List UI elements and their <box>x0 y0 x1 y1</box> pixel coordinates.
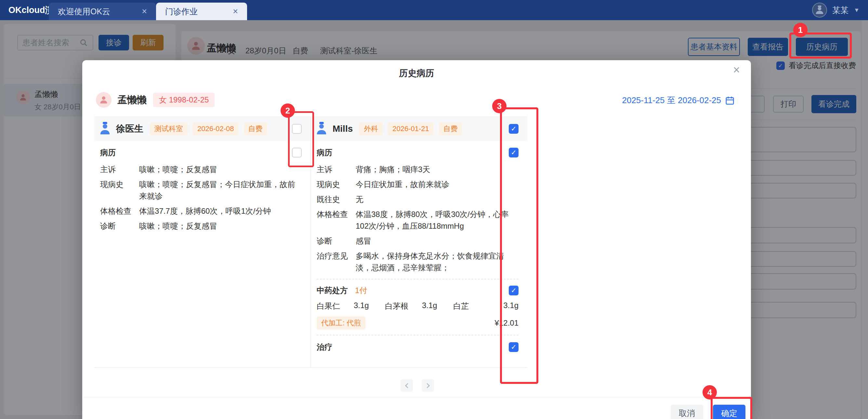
app-page: OKcloud演示 欢迎使用OK云 × 门诊作业 × 某某 ▼ 接诊 刷新 待诊 <box>0 0 868 419</box>
record1-body: 病历 主诉 咳嗽；喷嚏；反复感冒 现病史 咳嗽；喷嚏；反复感冒；今日症状加重，故… <box>94 141 310 232</box>
doctor-icon <box>99 122 111 136</box>
herb-name: 白芷 <box>453 301 480 311</box>
field-value: 今日症状加重，故前来就诊 <box>355 179 519 190</box>
processing-row: 代加工: 代煎 ¥12.01 <box>317 317 519 330</box>
field-label: 现病史 <box>100 179 139 202</box>
field-value: 咳嗽；喷嚏；反复感冒 <box>139 163 302 175</box>
record1-emr-title: 病历 <box>100 147 116 158</box>
record-field-row: 体格检查 体温37.7度，脉搏60次，呼吸1次/分钟 <box>100 205 302 217</box>
record-field-row: 诊断 咳嗽；喷嚏；反复感冒 <box>100 220 302 232</box>
herb-name: 白茅根 <box>385 301 422 311</box>
record-field-row: 主诉 背痛；胸痛；咽痒3天 <box>317 163 519 175</box>
record-field-row: 治疗意见 多喝水，保持身体充足水分；饮食规律宜清淡，忌烟酒，忌辛辣荤腥； <box>317 250 519 274</box>
annotation-badge-4: 4 <box>703 385 717 399</box>
record2-rx-count: 1付 <box>355 285 367 296</box>
record-field-row: 现病史 今日症状加重，故前来就诊 <box>317 179 519 190</box>
user-menu[interactable]: 某某 ▼ <box>812 0 860 20</box>
record2-treatment-title: 治疗 <box>317 342 332 352</box>
field-value: 感冒 <box>355 235 519 247</box>
cancel-label: 取消 <box>679 408 695 419</box>
annotation-box-4 <box>711 397 752 419</box>
tab-welcome[interactable]: 欢迎使用OK云 × <box>49 3 156 20</box>
record-column-1: 徐医生 测试科室 2026-02-08 自费 病历 主诉 咳嗽；喷嚏；反复感冒 <box>94 117 311 368</box>
record2-pay-tag: 自费 <box>439 122 462 135</box>
field-value: 体温38度，脉搏80次，呼吸30次/分钟，心率102次/分钟，血压88/118m… <box>355 209 519 232</box>
field-value: 无 <box>355 193 519 205</box>
annotation-box-3 <box>500 107 538 384</box>
annotation-badge-1: 1 <box>793 23 808 37</box>
field-label: 体格检查 <box>317 209 355 232</box>
modal-patient-name: 孟懒懒 <box>117 93 147 107</box>
field-label: 主诉 <box>317 163 355 175</box>
date-range-text: 2025-11-25 至 2026-02-25 <box>622 95 721 106</box>
record-field-row: 体格检查 体温38度，脉搏80次，呼吸30次/分钟，心率102次/分钟，血压88… <box>317 209 519 232</box>
record1-header: 徐医生 测试科室 2026-02-08 自费 <box>94 117 310 141</box>
tab-outpatient-label: 门诊作业 <box>165 6 198 17</box>
processing-tag: 代加工: 代煎 <box>317 317 365 330</box>
annotation-badge-3: 3 <box>492 99 506 113</box>
chevron-left-icon <box>405 383 410 388</box>
record-column-2: Mills 外科 2026-01-21 自费 ✓ 病历 ✓ 主诉 背痛；胸痛；咽… <box>311 117 527 368</box>
field-label: 体格检查 <box>100 205 139 217</box>
dashed-divider <box>317 335 519 335</box>
user-name: 某某 <box>832 5 848 16</box>
record-field-row: 现病史 咳嗽；喷嚏；反复感冒；今日症状加重，故前来就诊 <box>100 179 302 202</box>
user-avatar-icon <box>812 3 827 18</box>
herb-qty: 3.1g <box>422 301 453 311</box>
record1-dept-tag: 测试科室 <box>150 122 188 135</box>
top-navigation-bar: OKcloud演示 欢迎使用OK云 × 门诊作业 × 某某 ▼ <box>0 0 868 20</box>
field-label: 诊断 <box>100 220 139 232</box>
herb-list: 白果仁 3.1g 白茅根 3.1g 白芷 3.1g <box>317 301 519 311</box>
field-value: 多喝水，保持身体充足水分；饮食规律宜清淡，忌烟酒，忌辛辣荤腥； <box>355 250 519 274</box>
calendar-icon <box>725 96 735 106</box>
field-value: 背痛；胸痛；咽痒3天 <box>355 163 519 175</box>
record2-dept-tag: 外科 <box>359 122 383 135</box>
record2-body: 病历 ✓ 主诉 背痛；胸痛；咽痒3天 现病史 今日症状加重，故前来就诊 既往史 … <box>311 141 527 352</box>
history-records-modal: 历史病历 × 孟懒懒 女 1998-02-25 2025-11-25 至 202… <box>82 60 751 419</box>
dashed-divider <box>317 279 519 279</box>
annotation-box-2 <box>288 111 314 167</box>
modal-title: 历史病历 <box>82 67 751 79</box>
record-field-row: 诊断 感冒 <box>317 235 519 247</box>
field-label: 诊断 <box>317 235 355 247</box>
field-label: 主诉 <box>100 163 139 175</box>
record-field-row: 既往史 无 <box>317 193 519 205</box>
tab-outpatient-work[interactable]: 门诊作业 × <box>156 3 247 20</box>
modal-patient-tag: 女 1998-02-25 <box>153 93 215 107</box>
close-icon[interactable]: × <box>733 64 740 76</box>
chevron-down-icon: ▼ <box>854 7 860 14</box>
record2-header: Mills 外科 2026-01-21 自费 ✓ <box>311 117 527 141</box>
chevron-right-icon <box>425 383 430 388</box>
record2-emr-section-head: 病历 ✓ <box>317 147 519 158</box>
field-value: 体温37.7度，脉搏60次，呼吸1次/分钟 <box>139 205 302 217</box>
record2-rx-title: 中药处方 <box>317 285 348 296</box>
pagination-next-button[interactable] <box>422 379 434 392</box>
field-label: 现病史 <box>317 179 355 190</box>
close-icon[interactable]: × <box>233 6 238 17</box>
field-value: 咳嗽；喷嚏；反复感冒 <box>139 220 302 232</box>
cancel-button[interactable]: 取消 <box>671 405 703 419</box>
record1-pay-tag: 自费 <box>244 122 267 135</box>
record-field-row: 主诉 咳嗽；喷嚏；反复感冒 <box>100 163 302 175</box>
herb-qty: 3.1g <box>354 301 385 311</box>
modal-footer-divider <box>82 397 751 398</box>
herb-name: 白果仁 <box>317 301 354 311</box>
record1-emr-section-head: 病历 <box>100 147 302 158</box>
annotation-badge-2: 2 <box>281 103 295 118</box>
tab-welcome-label: 欢迎使用OK云 <box>58 6 110 17</box>
record1-doctor-name: 徐医生 <box>116 123 143 135</box>
record2-doctor-name: Mills <box>333 124 353 134</box>
field-label: 既往史 <box>317 193 355 205</box>
doctor-icon <box>316 122 328 136</box>
field-label: 治疗意见 <box>317 250 355 274</box>
record1-date-tag: 2026-02-08 <box>193 122 239 135</box>
record2-rx-section-head: 中药处方 1付 ✓ <box>317 285 519 296</box>
modal-patient-avatar-icon <box>96 92 112 108</box>
pagination-prev-button[interactable] <box>401 379 413 392</box>
close-icon[interactable]: × <box>142 6 147 17</box>
record2-treatment-section-head: 治疗 ✓ <box>317 342 519 352</box>
record2-emr-title: 病历 <box>317 147 332 158</box>
field-value: 咳嗽；喷嚏；反复感冒；今日症状加重，故前来就诊 <box>139 179 302 202</box>
record2-date-tag: 2026-01-21 <box>388 122 434 135</box>
date-range-picker[interactable]: 2025-11-25 至 2026-02-25 <box>622 95 735 106</box>
